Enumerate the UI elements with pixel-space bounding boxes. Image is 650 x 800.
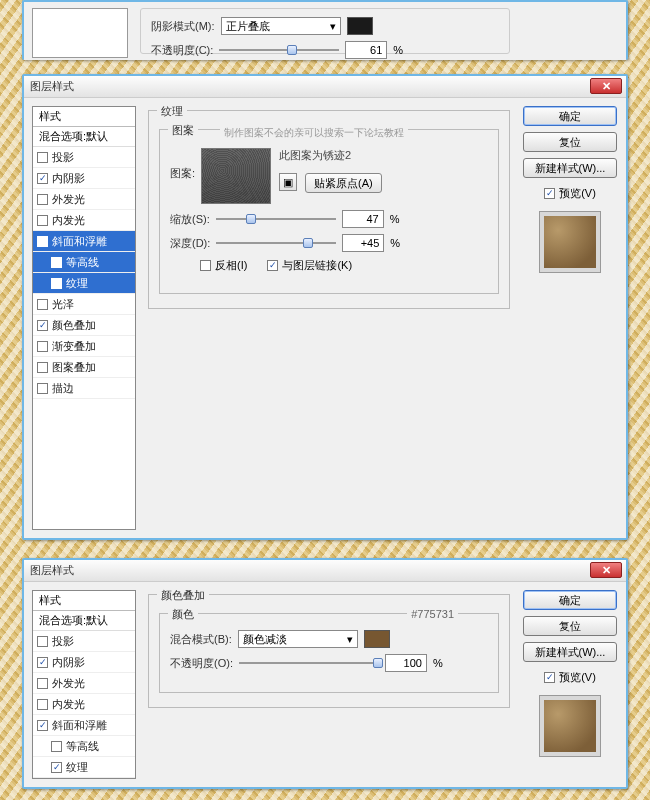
style-item-label: 渐变叠加 <box>52 339 96 354</box>
close-button[interactable]: ✕ <box>590 78 622 94</box>
pattern-name: 此图案为锈迹2 <box>279 148 382 163</box>
style-item-描边[interactable]: 描边 <box>33 378 135 399</box>
new-pattern-button[interactable]: ▣ <box>279 173 297 191</box>
style-item-斜面和浮雕[interactable]: 斜面和浮雕 <box>33 715 135 736</box>
depth-label: 深度(D): <box>170 236 210 251</box>
chevron-down-icon: ▾ <box>347 633 353 646</box>
style-item-斜面和浮雕[interactable]: 斜面和浮雕 <box>33 231 135 252</box>
checkbox-icon[interactable] <box>37 299 48 310</box>
ok-button[interactable]: 确定 <box>523 106 617 126</box>
style-item-内发光[interactable]: 内发光 <box>33 210 135 231</box>
style-item-label: 斜面和浮雕 <box>52 234 107 249</box>
checkbox-icon[interactable] <box>37 657 48 668</box>
overlay-opacity-value[interactable]: 100 <box>385 654 427 672</box>
close-icon: ✕ <box>602 564 611 577</box>
ok-button[interactable]: 确定 <box>523 590 617 610</box>
style-item-label: 外发光 <box>52 192 85 207</box>
checkbox-icon[interactable] <box>37 194 48 205</box>
shadow-mode-label: 阴影模式(M): <box>151 19 215 34</box>
blend-options-row[interactable]: 混合选项:默认 <box>33 127 135 147</box>
snap-origin-button[interactable]: 贴紧原点(A) <box>305 173 382 193</box>
color-legend: 颜色 <box>168 607 198 622</box>
pattern-picker[interactable] <box>201 148 271 204</box>
scale-slider[interactable] <box>216 212 336 226</box>
checkbox-icon[interactable] <box>37 383 48 394</box>
style-item-label: 内发光 <box>52 697 85 712</box>
style-item-投影[interactable]: 投影 <box>33 147 135 168</box>
reset-button[interactable]: 复位 <box>523 132 617 152</box>
unit-percent: % <box>393 44 403 56</box>
checkbox-icon[interactable] <box>37 320 48 331</box>
style-item-纹理[interactable]: 纹理 <box>33 273 135 294</box>
overlay-opacity-slider[interactable] <box>239 656 379 670</box>
checkbox-icon[interactable] <box>51 741 62 752</box>
style-list-header: 样式 <box>33 591 135 611</box>
shadow-mode-dropdown[interactable]: 正片叠底▾ <box>221 17 341 35</box>
dialog-titlebar[interactable]: 图层样式 ✕ <box>24 560 626 582</box>
overlay-opacity-label: 不透明度(O): <box>170 656 233 671</box>
opacity-slider[interactable] <box>219 43 339 57</box>
link-layer-checkbox[interactable]: 与图层链接(K) <box>267 258 352 273</box>
opacity-value[interactable]: 61 <box>345 41 387 59</box>
style-item-等高线[interactable]: 等高线 <box>33 736 135 757</box>
checkbox-icon[interactable] <box>51 257 62 268</box>
scale-value[interactable]: 47 <box>342 210 384 228</box>
checkbox-icon[interactable] <box>51 278 62 289</box>
style-item-label: 描边 <box>52 381 74 396</box>
layer-thumbnail <box>32 8 128 58</box>
checkbox-icon[interactable] <box>37 152 48 163</box>
preview-checkbox[interactable]: 预览(V) <box>544 186 596 201</box>
style-item-label: 纹理 <box>66 276 88 291</box>
style-item-内发光[interactable]: 内发光 <box>33 694 135 715</box>
new-style-button[interactable]: 新建样式(W)... <box>523 158 617 178</box>
close-button[interactable]: ✕ <box>590 562 622 578</box>
checkbox-icon[interactable] <box>37 699 48 710</box>
checkbox-icon[interactable] <box>37 215 48 226</box>
texture-fieldset: 纹理 图案 制作图案不会的亲可以搜索一下论坛教程 图案: 此图案为锈迹2 <box>148 110 510 309</box>
style-item-纹理[interactable]: 纹理 <box>33 757 135 778</box>
checkbox-icon[interactable] <box>37 720 48 731</box>
checkbox-icon[interactable] <box>37 678 48 689</box>
checkbox-icon[interactable] <box>37 236 48 247</box>
preview-checkbox[interactable]: 预览(V) <box>544 670 596 685</box>
style-item-label: 外发光 <box>52 676 85 691</box>
overlay-color-swatch[interactable] <box>364 630 390 648</box>
invert-checkbox[interactable]: 反相(I) <box>200 258 247 273</box>
style-list: 样式 混合选项:默认 投影内阴影外发光内发光斜面和浮雕等高线纹理 <box>32 590 136 779</box>
color-fieldset: 颜色 #775731 混合模式(B): 颜色减淡▾ 不透明度(O): 100 % <box>159 613 499 693</box>
pattern-label: 图案: <box>170 166 195 181</box>
checkbox-icon[interactable] <box>37 341 48 352</box>
blend-options-row[interactable]: 混合选项:默认 <box>33 611 135 631</box>
style-item-内阴影[interactable]: 内阴影 <box>33 652 135 673</box>
close-icon: ✕ <box>602 80 611 93</box>
new-style-button[interactable]: 新建样式(W)... <box>523 642 617 662</box>
blendmode-dropdown[interactable]: 颜色减淡▾ <box>238 630 358 648</box>
style-item-光泽[interactable]: 光泽 <box>33 294 135 315</box>
new-doc-icon: ▣ <box>283 176 293 189</box>
style-item-label: 内发光 <box>52 213 85 228</box>
depth-slider[interactable] <box>216 236 336 250</box>
style-item-label: 投影 <box>52 150 74 165</box>
style-item-label: 图案叠加 <box>52 360 96 375</box>
reset-button[interactable]: 复位 <box>523 616 617 636</box>
dialog-titlebar[interactable]: 图层样式 ✕ <box>24 76 626 98</box>
style-item-label: 光泽 <box>52 297 74 312</box>
style-item-渐变叠加[interactable]: 渐变叠加 <box>33 336 135 357</box>
checkbox-icon[interactable] <box>51 762 62 773</box>
depth-value[interactable]: +45 <box>342 234 384 252</box>
shadow-color-swatch[interactable] <box>347 17 373 35</box>
style-item-颜色叠加[interactable]: 颜色叠加 <box>33 315 135 336</box>
style-item-等高线[interactable]: 等高线 <box>33 252 135 273</box>
style-item-外发光[interactable]: 外发光 <box>33 673 135 694</box>
style-item-label: 颜色叠加 <box>52 318 96 333</box>
checkbox-icon[interactable] <box>37 173 48 184</box>
style-item-内阴影[interactable]: 内阴影 <box>33 168 135 189</box>
checkbox-icon[interactable] <box>37 362 48 373</box>
style-item-投影[interactable]: 投影 <box>33 631 135 652</box>
unit-percent: % <box>390 213 400 225</box>
style-item-外发光[interactable]: 外发光 <box>33 189 135 210</box>
style-item-图案叠加[interactable]: 图案叠加 <box>33 357 135 378</box>
dialog-title: 图层样式 <box>30 563 74 578</box>
checkbox-icon[interactable] <box>37 636 48 647</box>
texture-legend: 纹理 <box>157 104 187 119</box>
